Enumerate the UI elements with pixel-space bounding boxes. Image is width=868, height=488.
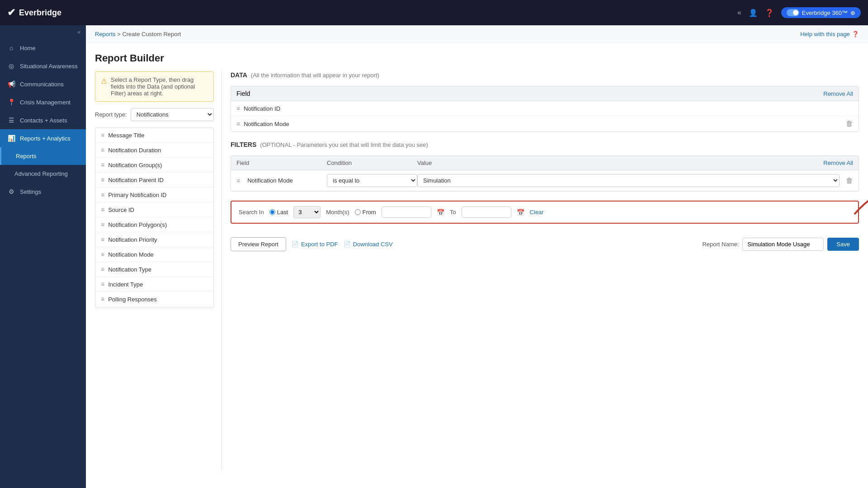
filter-section-title: FILTERS (OPTIONAL - Parameters you set t… bbox=[231, 141, 428, 148]
help-link[interactable]: Help with this page ❓ bbox=[800, 31, 859, 38]
list-item[interactable]: ≡ Notification Type bbox=[95, 262, 213, 277]
to-date-input[interactable] bbox=[462, 206, 511, 218]
sidebar-item-home[interactable]: ⌂ Home bbox=[0, 39, 86, 57]
situational-icon: ◎ bbox=[7, 62, 15, 70]
sidebar-item-communications[interactable]: 📢 Communications bbox=[0, 75, 86, 93]
filter-col-value: Value bbox=[417, 160, 823, 166]
filter-delete-btn[interactable]: 🗑 bbox=[846, 177, 853, 185]
filter-value-cell: Simulation Live Test bbox=[417, 174, 840, 187]
month-select[interactable]: 1 2 3 6 12 bbox=[293, 206, 321, 218]
filter-field-value: Notification Mode bbox=[247, 177, 292, 184]
sidebar-item-crisis[interactable]: 📍 Crisis Management bbox=[0, 93, 86, 111]
collapse-icon[interactable]: « bbox=[737, 9, 741, 17]
from-radio[interactable] bbox=[355, 209, 361, 215]
report-type-row: Report type: Notifications Contacts Asse… bbox=[95, 108, 214, 121]
list-item[interactable]: ≡ Notification Polygon(s) bbox=[95, 217, 213, 232]
badge-label: Everbridge 360™ bbox=[802, 9, 848, 16]
drag-handle-icon: ≡ bbox=[101, 266, 104, 273]
logo-text: Everbridge bbox=[19, 8, 61, 18]
sidebar-label-reports-analytics: Reports + Analytics bbox=[20, 135, 71, 142]
last-radio[interactable] bbox=[269, 209, 275, 215]
sidebar-item-situational[interactable]: ◎ Situational Awareness bbox=[0, 57, 86, 75]
drag-handle-icon: ≡ bbox=[101, 191, 104, 198]
list-item[interactable]: ≡ Message Title bbox=[95, 128, 213, 143]
pdf-icon: 📄 bbox=[292, 241, 299, 248]
to-calendar-icon[interactable]: 📅 bbox=[517, 209, 524, 216]
sidebar-item-contacts[interactable]: ☰ Contacts + Assets bbox=[0, 111, 86, 129]
table-row: ≡ Notification Mode 🗑 bbox=[231, 116, 859, 131]
sidebar-item-advanced-reporting[interactable]: Advanced Reporting bbox=[0, 165, 86, 183]
filter-delete-cell: 🗑 bbox=[840, 177, 853, 185]
list-item[interactable]: ≡ Notification Duration bbox=[95, 143, 213, 158]
report-type-label: Report type: bbox=[95, 111, 127, 118]
page-title: Report Builder bbox=[95, 52, 859, 64]
warning-icon: ⚠ bbox=[101, 77, 107, 85]
data-section-title: DATA (All the information that will appe… bbox=[231, 71, 379, 79]
list-item[interactable]: ≡ Published bbox=[95, 307, 213, 308]
main-layout: « ⌂ Home ◎ Situational Awareness 📢 Commu… bbox=[0, 25, 868, 488]
value-select[interactable]: Simulation Live Test bbox=[417, 174, 840, 187]
search-wrapper: Search In Last 1 2 3 6 12 bbox=[231, 201, 859, 224]
report-name-section: Report Name: Save bbox=[702, 238, 859, 251]
drag-handle-icon: ≡ bbox=[236, 120, 240, 127]
table-row: ≡ Notification ID bbox=[231, 101, 859, 116]
sidebar-item-reports-analytics[interactable]: 📊 Reports + Analytics bbox=[0, 129, 86, 147]
filter-cols: Field Condition Value bbox=[236, 160, 823, 166]
filter-table: Field Condition Value Remove All ≡ Notif… bbox=[231, 155, 859, 192]
user-icon[interactable]: 👤 bbox=[749, 9, 758, 17]
everbridge-badge[interactable]: Everbridge 360™ ⊕ bbox=[781, 7, 861, 18]
delete-row-btn[interactable]: 🗑 bbox=[846, 120, 853, 128]
logo-icon: ✔ bbox=[7, 7, 15, 19]
help-circle-icon[interactable]: ❓ bbox=[765, 9, 774, 17]
sidebar-collapse-btn[interactable]: « bbox=[0, 25, 86, 39]
data-header: Field Remove All bbox=[231, 86, 859, 101]
communications-icon: 📢 bbox=[7, 80, 15, 88]
data-remove-all-btn[interactable]: Remove All bbox=[823, 90, 853, 97]
drag-handle-icon: ≡ bbox=[236, 105, 240, 112]
list-item[interactable]: ≡ Notification Mode bbox=[95, 247, 213, 262]
sidebar: « ⌂ Home ◎ Situational Awareness 📢 Commu… bbox=[0, 25, 86, 488]
list-item[interactable]: ≡ Notification Group(s) bbox=[95, 158, 213, 173]
save-btn[interactable]: Save bbox=[827, 238, 859, 251]
breadcrumb-separator: > bbox=[117, 31, 122, 38]
field-name: Notification Duration bbox=[108, 147, 161, 154]
bottom-actions: Preview Report 📄 Export to PDF 📄 Downloa… bbox=[231, 233, 859, 256]
last-radio-label[interactable]: Last bbox=[269, 209, 288, 216]
list-item[interactable]: ≡ Source ID bbox=[95, 202, 213, 217]
list-item[interactable]: ≡ Primary Notification ID bbox=[95, 188, 213, 202]
logo-area: ✔ Everbridge bbox=[7, 7, 61, 19]
filter-subtitle: (OPTIONAL - Parameters you set that will… bbox=[260, 141, 428, 148]
list-item[interactable]: ≡ Notification Parent ID bbox=[95, 173, 213, 188]
sidebar-label-communications: Communications bbox=[20, 81, 64, 88]
condition-select[interactable]: is equal to is not equal to contains bbox=[327, 174, 417, 187]
notice-text: Select a Report Type, then drag fields i… bbox=[111, 76, 208, 97]
from-calendar-icon[interactable]: 📅 bbox=[437, 209, 444, 216]
export-pdf-btn[interactable]: 📄 Export to PDF bbox=[292, 241, 338, 248]
report-name-input[interactable] bbox=[742, 238, 824, 251]
preview-report-btn[interactable]: Preview Report bbox=[231, 237, 286, 251]
from-radio-label[interactable]: From bbox=[355, 209, 376, 216]
report-type-select[interactable]: Notifications Contacts Assets Groups bbox=[131, 108, 214, 121]
field-name: Notification Parent ID bbox=[108, 177, 164, 183]
sidebar-item-settings[interactable]: ⚙ Settings bbox=[0, 183, 86, 201]
filter-section: FILTERS (OPTIONAL - Parameters you set t… bbox=[231, 141, 859, 192]
download-csv-btn[interactable]: 📄 Download CSV bbox=[344, 241, 393, 248]
data-table: Field Remove All ≡ Notification ID ≡ Not… bbox=[231, 86, 859, 132]
row-field-notification-id: Notification ID bbox=[244, 105, 280, 112]
from-date-input[interactable] bbox=[382, 206, 431, 218]
list-item[interactable]: ≡ Polling Responses bbox=[95, 292, 213, 307]
toggle-switch[interactable] bbox=[787, 9, 799, 16]
breadcrumb-current: Create Custom Report bbox=[122, 31, 181, 38]
sidebar-label-crisis: Crisis Management bbox=[20, 99, 71, 106]
search-section: Search In Last 1 2 3 6 12 bbox=[231, 201, 859, 224]
sidebar-item-reports[interactable]: Reports bbox=[0, 147, 86, 165]
breadcrumb-parent[interactable]: Reports bbox=[95, 31, 116, 38]
list-item[interactable]: ≡ Notification Priority bbox=[95, 232, 213, 247]
clear-btn[interactable]: Clear bbox=[530, 209, 544, 216]
filter-remove-all-btn[interactable]: Remove All bbox=[823, 160, 853, 166]
list-item[interactable]: ≡ Incident Type bbox=[95, 277, 213, 292]
builder-layout: ⚠ Select a Report Type, then drag fields… bbox=[95, 71, 859, 471]
data-title-text: DATA bbox=[231, 71, 247, 79]
drag-handle-icon: ≡ bbox=[236, 177, 240, 184]
help-label: Help with this page bbox=[800, 31, 850, 38]
